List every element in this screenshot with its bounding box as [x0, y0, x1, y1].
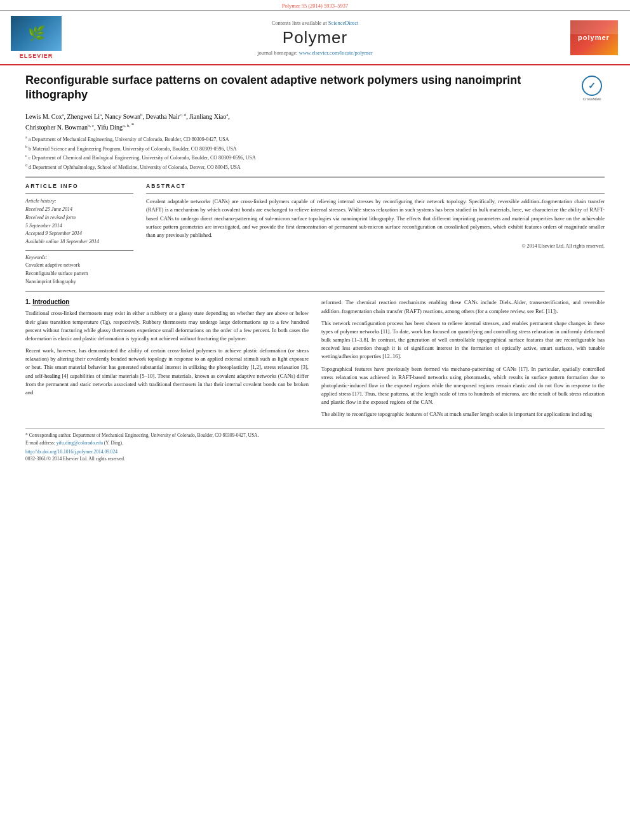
journal-homepage-link[interactable]: www.elsevier.com/locate/polymer [299, 50, 373, 56]
citation-text: Polymer 55 (2014) 5933–5937 [282, 3, 349, 9]
accepted-date: Accepted 9 September 2014 [25, 230, 133, 238]
main-content: Reconfigurable surface patterns on coval… [0, 65, 630, 469]
journal-header: ELSEVIER Contents lists available at Sci… [0, 11, 630, 65]
intro-title: Introduction [32, 298, 69, 305]
affiliation-d: d d Department of Ophthalmology, School … [25, 163, 605, 171]
keyword-1: Covalent adaptive network [25, 262, 133, 270]
crossmark-label: CrossMark [582, 97, 601, 101]
intro-paragraph-2: Recent work, however, has demonstrated t… [25, 347, 309, 397]
article-info-column: ARTICLE INFO Article history: Received 2… [25, 183, 133, 286]
elsevier-wordmark: ELSEVIER [20, 53, 53, 59]
received-revised-label: Received in revised form [25, 214, 133, 222]
email-name: (Y. Ding). [104, 440, 123, 446]
keywords-label: Keywords: [25, 255, 133, 260]
crossmark-icon: ✓ [582, 76, 602, 96]
affiliation-b: b b Material Science and Engineering Pro… [25, 144, 605, 153]
journal-center-info: Contents lists available at ScienceDirec… [65, 20, 565, 56]
intro-number: 1. [25, 298, 30, 305]
abstract-column: ABSTRACT Covalent adaptable networks (CA… [146, 183, 605, 286]
article-title-section: Reconfigurable surface patterns on coval… [25, 73, 605, 107]
polymer-logo-image: polymer [570, 20, 618, 55]
body-left-column: 1. Introduction Traditional cross-linked… [25, 298, 309, 422]
elsevier-logo: ELSEVIER [8, 16, 65, 59]
keywords-section: Keywords: Covalent adaptive network Reco… [25, 255, 133, 286]
author-li: Zhengwei Li [67, 113, 100, 120]
body-divider [25, 291, 605, 292]
copyright-line: © 2014 Elsevier Ltd. All rights reserved… [146, 243, 605, 249]
author-cox: Lewis M. Cox [25, 113, 62, 120]
sciencedirect-link[interactable]: ScienceDirect [328, 20, 359, 26]
intro-section-title: 1. Introduction [25, 298, 309, 305]
elsevier-logo-image [11, 16, 62, 51]
affiliations: a a Department of Mechanical Engineering… [25, 135, 605, 171]
intro-col2-paragraph-4: The ability to reconfigure topographic f… [321, 410, 605, 418]
doi-line: http://dx.doi.org/10.1016/j.polymer.2014… [25, 449, 605, 455]
info-abstract-section: ARTICLE INFO Article history: Received 2… [25, 183, 605, 286]
revised-date: 5 September 2014 [25, 222, 133, 230]
article-history: Article history: Received 25 June 2014 R… [25, 197, 133, 246]
authors-line: Lewis M. Coxa, Zhengwei Lia, Nancy Sowan… [25, 112, 605, 133]
body-section: 1. Introduction Traditional cross-linked… [25, 298, 605, 422]
abstract-text: Covalent adaptable networks (CANs) are c… [146, 197, 605, 239]
author-ding: Yifu Ding [97, 124, 123, 131]
doi-link[interactable]: http://dx.doi.org/10.1016/j.polymer.2014… [25, 449, 117, 455]
article-title: Reconfigurable surface patterns on coval… [25, 73, 573, 103]
corresponding-author-note: * Corresponding author. Department of Me… [25, 432, 605, 439]
email-line: E-mail address: yifu.ding@colorado.edu (… [25, 439, 605, 447]
footnotes-section: * Corresponding author. Department of Me… [25, 428, 605, 462]
author-nair: Devatha Nair [145, 113, 180, 120]
crossmark-logo: ✓ CrossMark [579, 76, 605, 101]
author-bowman: Christopher N. Bowman [25, 124, 88, 131]
keyword-3: Nanoimprint lithography [25, 278, 133, 286]
keyword-2: Reconfigurable surface pattern [25, 270, 133, 278]
body-right-column: reformed. The chemical reaction mechanis… [321, 298, 605, 422]
article-info-header: ARTICLE INFO [25, 183, 133, 189]
keywords-divider [25, 250, 133, 251]
journal-title: Polymer [65, 28, 565, 48]
section-divider [25, 177, 605, 178]
author-sowan: Nancy Sowan [105, 113, 140, 120]
intro-paragraph-1: Traditional cross-linked thermosets may … [25, 309, 309, 343]
history-header: Article history: [25, 197, 133, 206]
available-online-date: Available online 18 September 2014 [25, 238, 133, 246]
homepage-line: journal homepage: www.elsevier.com/locat… [65, 50, 565, 56]
affiliation-a: a a Department of Mechanical Engineering… [25, 135, 605, 143]
received-date: Received 25 June 2014 [25, 206, 133, 214]
journal-citation: Polymer 55 (2014) 5933–5937 [0, 0, 630, 11]
intro-col2-paragraph-2: This network reconfiguration process has… [321, 319, 605, 361]
polymer-logo-text: polymer [578, 34, 610, 41]
polymer-logo-box: polymer [565, 20, 622, 55]
issn-line: 0032-3861/© 2014 Elsevier Ltd. All right… [25, 456, 605, 462]
contents-available-line: Contents lists available at ScienceDirec… [65, 20, 565, 26]
abstract-divider [146, 193, 605, 194]
intro-col2-paragraph-1: reformed. The chemical reaction mechanis… [321, 298, 605, 315]
author-xiao: Jianliang Xiao [189, 113, 226, 120]
affiliation-c: c c Department of Chemical and Biologica… [25, 153, 605, 162]
abstract-header: ABSTRACT [146, 183, 605, 189]
info-divider [25, 193, 133, 194]
email-link[interactable]: yifu.ding@colorado.edu [57, 440, 103, 446]
intro-col2-paragraph-3: Topographical features have previously b… [321, 365, 605, 407]
